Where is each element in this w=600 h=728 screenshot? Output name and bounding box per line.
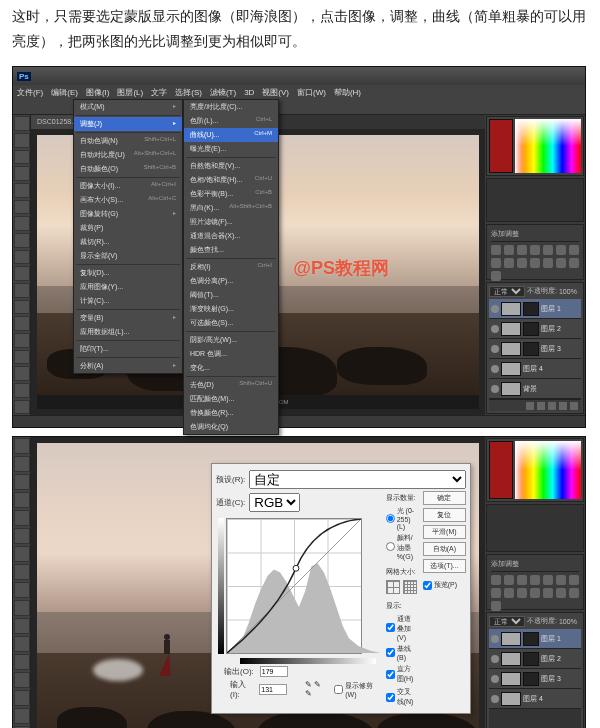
tool-button[interactable] bbox=[14, 564, 30, 580]
tool-button[interactable] bbox=[14, 216, 30, 231]
menu-item[interactable]: 匹配颜色(M)... bbox=[184, 392, 278, 406]
foreground-swatch[interactable] bbox=[489, 441, 513, 499]
visibility-icon[interactable] bbox=[491, 305, 499, 313]
adjustment-icon[interactable] bbox=[556, 575, 566, 585]
tool-button[interactable] bbox=[14, 510, 30, 526]
adjustments-panel[interactable]: 添加调整 bbox=[486, 554, 584, 610]
tool-button[interactable] bbox=[14, 116, 30, 131]
menu-item[interactable]: 反相(I)Ctrl+I bbox=[184, 260, 278, 274]
layer-thumbnail[interactable] bbox=[501, 322, 521, 336]
tool-button[interactable] bbox=[14, 654, 30, 670]
menu-item[interactable]: 画布大小(S)...Alt+Ctrl+C bbox=[74, 193, 182, 207]
visibility-icon[interactable] bbox=[491, 635, 499, 643]
menu-item[interactable]: 裁剪(P) bbox=[74, 221, 182, 235]
tool-button[interactable] bbox=[14, 183, 30, 198]
adjustment-icon[interactable] bbox=[504, 245, 514, 255]
tool-button[interactable] bbox=[14, 266, 30, 281]
menu-item[interactable]: 计算(C)... bbox=[74, 294, 182, 308]
adjustment-icon[interactable] bbox=[504, 258, 514, 268]
channel-select[interactable]: RGB bbox=[249, 493, 300, 512]
menu-item[interactable]: 照片滤镜(F)... bbox=[184, 215, 278, 229]
baseline-check[interactable] bbox=[386, 648, 395, 657]
overlay-check[interactable] bbox=[386, 623, 395, 632]
show-clip-check[interactable] bbox=[334, 685, 343, 694]
adjustments-panel[interactable]: 添加调整 bbox=[486, 224, 584, 280]
menu-item[interactable]: 自动色调(N)Shift+Ctrl+L bbox=[74, 134, 182, 148]
layer-thumbnail[interactable] bbox=[501, 342, 521, 356]
color-panel[interactable] bbox=[486, 438, 584, 502]
visibility-icon[interactable] bbox=[491, 675, 499, 683]
ink-radio[interactable] bbox=[386, 542, 395, 551]
adjustment-icon[interactable] bbox=[491, 258, 501, 268]
tool-button[interactable] bbox=[14, 492, 30, 508]
toolbox[interactable] bbox=[13, 115, 31, 415]
layer-row[interactable]: 背景 bbox=[489, 379, 581, 399]
menu-item[interactable]: 渐变映射(G)... bbox=[184, 302, 278, 316]
adjustment-icon[interactable] bbox=[543, 575, 553, 585]
layer-thumbnail[interactable] bbox=[501, 652, 521, 666]
adjustment-icon[interactable] bbox=[530, 258, 540, 268]
tool-button[interactable] bbox=[14, 690, 30, 706]
visibility-icon[interactable] bbox=[491, 385, 499, 393]
layers-panel[interactable]: 正常 不透明度: 100% 图层 1图层 2图层 3图层 4 bbox=[486, 612, 584, 728]
tool-button[interactable] bbox=[14, 708, 30, 724]
layer-row[interactable]: 图层 3 bbox=[489, 669, 581, 689]
visibility-icon[interactable] bbox=[491, 365, 499, 373]
menu-item[interactable]: 色调分离(P)... bbox=[184, 274, 278, 288]
tool-button[interactable] bbox=[14, 200, 30, 215]
preset-select[interactable]: 自定 bbox=[249, 470, 466, 489]
menu-item[interactable]: 变化... bbox=[184, 361, 278, 375]
menu-item[interactable]: 曝光度(E)... bbox=[184, 142, 278, 156]
curves-graph[interactable] bbox=[226, 518, 362, 654]
tool-button[interactable] bbox=[14, 250, 30, 265]
menu-item[interactable]: HDR 色调... bbox=[184, 347, 278, 361]
menu-item[interactable]: 显示全部(V) bbox=[74, 249, 182, 263]
tool-button[interactable] bbox=[14, 600, 30, 616]
adjustment-icon[interactable] bbox=[530, 575, 540, 585]
tool-button[interactable] bbox=[14, 618, 30, 634]
tool-button[interactable] bbox=[14, 474, 30, 490]
visibility-icon[interactable] bbox=[491, 325, 499, 333]
tool-button[interactable] bbox=[14, 233, 30, 248]
color-picker[interactable] bbox=[515, 119, 581, 173]
new-layer-icon[interactable] bbox=[559, 402, 567, 410]
menu-item[interactable]: 分析(A)▸ bbox=[74, 359, 182, 373]
menu-item[interactable]: 选择(S) bbox=[175, 87, 202, 98]
adjustment-icon[interactable] bbox=[543, 245, 553, 255]
layers-panel[interactable]: 正常 不透明度: 100% 图层 1图层 2图层 3图层 4背景 bbox=[486, 282, 584, 414]
smooth-button[interactable]: 平滑(M) bbox=[423, 525, 466, 539]
layer-row[interactable]: 图层 4 bbox=[489, 359, 581, 379]
toolbox[interactable] bbox=[13, 437, 31, 728]
menu-item[interactable]: 阈值(T)... bbox=[184, 288, 278, 302]
adjustment-icon[interactable] bbox=[569, 258, 579, 268]
cross-check[interactable] bbox=[386, 693, 395, 702]
layers-footer[interactable] bbox=[489, 399, 581, 411]
menu-item[interactable]: 编辑(E) bbox=[51, 87, 78, 98]
layer-thumbnail[interactable] bbox=[501, 692, 521, 706]
adjustment-icon[interactable] bbox=[517, 245, 527, 255]
nav-panel[interactable] bbox=[486, 504, 584, 552]
options-button[interactable]: 选项(T)... bbox=[423, 559, 466, 573]
tool-button[interactable] bbox=[14, 166, 30, 181]
output-value[interactable] bbox=[260, 666, 288, 677]
tool-button[interactable] bbox=[14, 316, 30, 331]
menu-item[interactable]: 替换颜色(R)... bbox=[184, 406, 278, 420]
menu-item[interactable]: 通道混合器(X)... bbox=[184, 229, 278, 243]
new-group-icon[interactable] bbox=[548, 402, 556, 410]
layer-mask[interactable] bbox=[523, 672, 539, 686]
menu-item[interactable]: 帮助(H) bbox=[334, 87, 361, 98]
adjustment-icon[interactable] bbox=[569, 588, 579, 598]
menu-item[interactable]: 陷印(T)... bbox=[74, 342, 182, 356]
tool-button[interactable] bbox=[14, 350, 30, 365]
adjustment-icon[interactable] bbox=[491, 245, 501, 255]
adjustment-icon[interactable] bbox=[491, 575, 501, 585]
cancel-button[interactable]: 复位 bbox=[423, 508, 466, 522]
menu-item[interactable]: 文件(F) bbox=[17, 87, 43, 98]
grid-fine-icon[interactable] bbox=[403, 580, 417, 594]
layer-thumbnail[interactable] bbox=[501, 302, 521, 316]
tool-button[interactable] bbox=[14, 366, 30, 381]
ok-button[interactable]: 确定 bbox=[423, 491, 466, 505]
foreground-swatch[interactable] bbox=[489, 119, 513, 173]
visibility-icon[interactable] bbox=[491, 655, 499, 663]
tool-button[interactable] bbox=[14, 300, 30, 315]
